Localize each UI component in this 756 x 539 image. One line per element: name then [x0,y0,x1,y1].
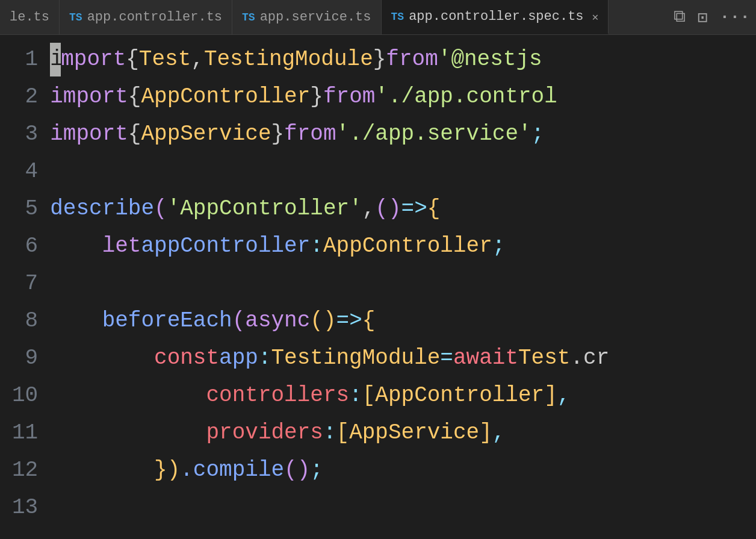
line-num-4: 4 [12,153,38,190]
line-num-11: 11 [12,414,38,452]
split-editor-icon[interactable]: ⧉ [674,8,686,26]
token: }) [154,453,180,487]
token: ] [479,416,492,450]
token: from [323,80,375,114]
token: { [126,43,139,76]
tab-module-label: le.ts [10,10,49,25]
token: .compile [180,453,284,487]
token: AppController [323,229,492,263]
code-line-4 [50,153,756,190]
token: let [102,229,141,263]
tab-service[interactable]: TS app.service.ts [232,0,381,34]
token: ; [310,453,323,487]
token: AppService [141,117,271,151]
token: './app.service' [336,117,531,151]
token: import [50,117,128,151]
token: ; [531,117,545,151]
token: Test [139,43,191,76]
line-num-6: 6 [12,228,38,265]
tab-bar: le.ts TS app.controller.ts TS app.servic… [0,0,756,35]
token: '@nestjs [438,43,542,76]
token: 'AppController' [167,192,362,226]
token: AppController [375,379,544,413]
token: await [453,341,518,375]
code-line-10: controllers: [AppController], [50,377,756,414]
token: { [427,192,441,226]
layout-icon[interactable]: ⊡ [698,7,708,28]
token: .cr [570,341,609,375]
token: , [557,379,571,413]
token: Test [518,341,570,375]
line-num-13: 13 [12,489,38,526]
token: ] [544,379,557,413]
tab-service-label: app.service.ts [260,10,371,25]
token: } [310,80,323,114]
line-num-8: 8 [12,302,38,340]
tab-close-spec[interactable]: ✕ [592,10,599,23]
token: appController [141,229,310,263]
token: [ [362,379,376,413]
token: controllers [206,379,349,413]
token: = [440,341,453,375]
token: () [310,304,336,338]
token: : [349,379,362,413]
cursor: i [50,43,61,76]
token: { [128,80,141,114]
token: './app.control [375,80,557,114]
line-num-3: 3 [12,116,38,153]
more-actions-icon[interactable]: ··· [720,8,750,26]
code-line-3: import { AppService } from './app.servic… [50,116,756,153]
token: mport [61,43,126,76]
code-line-8: beforeEach(async () => { [50,302,756,340]
token: from [284,117,336,151]
token: beforeEach [102,304,232,338]
tab-spec-label: app.controller.spec.ts [409,9,583,24]
token: providers [206,416,323,450]
token: TestingModule [204,43,373,76]
token [50,379,206,413]
ts-badge-service: TS [242,11,255,23]
token: , [191,43,204,76]
token: : [258,341,271,375]
code-line-9: const app: TestingModule = await Test.cr [50,340,756,377]
token [50,416,206,450]
line-num-10: 10 [12,377,38,414]
line-num-9: 9 [12,340,38,377]
ts-badge-spec: TS [391,11,404,23]
token [50,229,102,263]
token: app [219,341,258,375]
token: () [284,453,310,487]
line-num-1: 1 [12,41,38,78]
tab-module[interactable]: le.ts [0,0,60,34]
token: ( [232,304,246,338]
token: describe [50,192,154,226]
token: , [362,192,376,226]
tab-bar-actions: ⧉ ⊡ ··· [674,7,756,28]
token: TestingModule [271,341,441,375]
token: AppController [141,80,310,114]
token: from [386,43,438,76]
token: () [375,192,401,226]
code-area: 1 2 3 4 5 6 7 8 9 10 11 12 13 import { T… [0,35,756,539]
editor-container: le.ts TS app.controller.ts TS app.servic… [0,0,756,539]
tab-controller-label: app.controller.ts [87,10,222,25]
token: AppService [349,416,479,450]
code-content[interactable]: import { Test, TestingModule } from '@ne… [50,41,756,539]
token: async [245,304,310,338]
token [50,304,102,338]
line-num-5: 5 [12,190,38,228]
line-num-12: 12 [12,452,38,489]
token: , [492,416,506,450]
tab-spec[interactable]: TS app.controller.spec.ts ✕ [382,0,609,34]
token: } [373,43,386,76]
line-num-2: 2 [12,78,38,116]
code-line-11: providers: [AppService], [50,414,756,452]
token: => [336,304,362,338]
line-num-7: 7 [12,265,38,302]
token [50,453,154,487]
tab-controller[interactable]: TS app.controller.ts [60,0,232,34]
token: => [401,192,427,226]
token: { [128,117,141,151]
code-line-12: }).compile(); [50,452,756,489]
token: [ [336,416,350,450]
